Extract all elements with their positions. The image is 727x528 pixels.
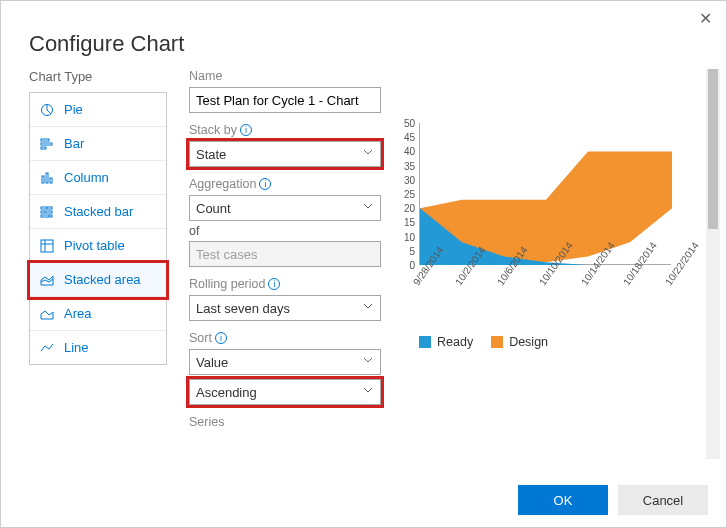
- scrollbar[interactable]: [706, 69, 720, 459]
- y-tick: 30: [404, 174, 415, 185]
- svg-rect-5: [46, 173, 48, 183]
- y-tick: 0: [409, 260, 415, 271]
- chart-type-label: Column: [64, 170, 109, 185]
- chevron-down-icon: [362, 384, 374, 396]
- legend-item: Design: [491, 335, 548, 349]
- chart-type-label: Stacked area: [64, 272, 141, 287]
- chart-type-bar[interactable]: Bar: [30, 127, 166, 161]
- dialog-title: Configure Chart: [1, 1, 726, 69]
- aggregation-label: Aggregationi: [189, 177, 381, 191]
- swatch-icon: [491, 336, 503, 348]
- chart-type-label: Bar: [64, 136, 84, 151]
- svg-rect-9: [41, 211, 52, 213]
- stacked-area-icon: [40, 273, 54, 287]
- rolling-select[interactable]: Last seven days: [189, 295, 381, 321]
- bar-icon: [40, 137, 54, 151]
- chart-type-label: Stacked bar: [64, 204, 133, 219]
- info-icon[interactable]: i: [259, 178, 271, 190]
- chart-preview: 05101520253035404550 9/28/201410/2/20141…: [391, 123, 671, 293]
- pivot-table-icon: [40, 239, 54, 253]
- chart-type-label: Area: [64, 306, 91, 321]
- dialog-footer: OK Cancel: [518, 485, 708, 515]
- chevron-down-icon: [362, 146, 374, 158]
- y-tick: 50: [404, 118, 415, 129]
- chart-type-area[interactable]: Area: [30, 297, 166, 331]
- y-tick: 10: [404, 231, 415, 242]
- stackby-select[interactable]: State: [189, 141, 381, 167]
- chevron-down-icon: [362, 200, 374, 212]
- line-icon: [40, 341, 54, 355]
- chart-type-list: Pie Bar Column Stacked bar Pivot table: [29, 92, 167, 365]
- chart-legend: Ready Design: [391, 335, 696, 349]
- of-label: of: [189, 224, 381, 238]
- y-tick: 15: [404, 217, 415, 228]
- chart-type-pie[interactable]: Pie: [30, 93, 166, 127]
- stackby-label: Stack byi: [189, 123, 381, 137]
- chevron-down-icon: [362, 300, 374, 312]
- svg-rect-6: [50, 178, 52, 183]
- svg-rect-13: [41, 240, 53, 252]
- chart-type-stacked-bar[interactable]: Stacked bar: [30, 195, 166, 229]
- chart-type-column[interactable]: Column: [30, 161, 166, 195]
- y-tick: 5: [409, 245, 415, 256]
- chart-type-pivot-table[interactable]: Pivot table: [30, 229, 166, 263]
- svg-rect-1: [41, 139, 49, 141]
- scrollbar-thumb[interactable]: [708, 69, 718, 229]
- sort-direction-select[interactable]: Ascending: [189, 379, 381, 405]
- cancel-button[interactable]: Cancel: [618, 485, 708, 515]
- y-tick: 25: [404, 189, 415, 200]
- chart-type-heading: Chart Type: [29, 69, 167, 84]
- aggregation-select[interactable]: Count: [189, 195, 381, 221]
- svg-rect-4: [42, 176, 44, 183]
- pie-icon: [40, 103, 54, 117]
- svg-rect-3: [41, 147, 46, 149]
- name-input[interactable]: [189, 87, 381, 113]
- y-tick: 45: [404, 132, 415, 143]
- info-icon[interactable]: i: [268, 278, 280, 290]
- column-icon: [40, 171, 54, 185]
- close-icon[interactable]: ✕: [699, 9, 712, 28]
- chart-type-label: Pie: [64, 102, 83, 117]
- name-label: Name: [189, 69, 381, 83]
- info-icon[interactable]: i: [240, 124, 252, 136]
- sort-label: Sorti: [189, 331, 381, 345]
- sort-field-select[interactable]: Value: [189, 349, 381, 375]
- rolling-label: Rolling periodi: [189, 277, 381, 291]
- swatch-icon: [419, 336, 431, 348]
- chart-config-panel: Name Stack byi State Aggregationi Count …: [167, 69, 391, 459]
- legend-item: Ready: [419, 335, 473, 349]
- chart-preview-panel: 05101520253035404550 9/28/201410/2/20141…: [391, 69, 726, 459]
- chart-type-stacked-area[interactable]: Stacked area: [30, 263, 166, 297]
- ok-button[interactable]: OK: [518, 485, 608, 515]
- y-tick: 35: [404, 160, 415, 171]
- configure-chart-dialog: ✕ Configure Chart Chart Type Pie Bar Col…: [0, 0, 727, 528]
- chart-type-panel: Chart Type Pie Bar Column Stacked bar: [29, 69, 167, 459]
- y-tick: 20: [404, 203, 415, 214]
- chart-type-label: Line: [64, 340, 89, 355]
- stacked-bar-icon: [40, 205, 54, 219]
- of-field: [189, 241, 381, 267]
- svg-rect-11: [41, 215, 52, 217]
- area-icon: [40, 307, 54, 321]
- svg-rect-2: [41, 143, 52, 145]
- y-tick: 40: [404, 146, 415, 157]
- chart-type-line[interactable]: Line: [30, 331, 166, 364]
- chart-type-label: Pivot table: [64, 238, 125, 253]
- info-icon[interactable]: i: [215, 332, 227, 344]
- series-label: Series: [189, 415, 381, 429]
- chevron-down-icon: [362, 354, 374, 366]
